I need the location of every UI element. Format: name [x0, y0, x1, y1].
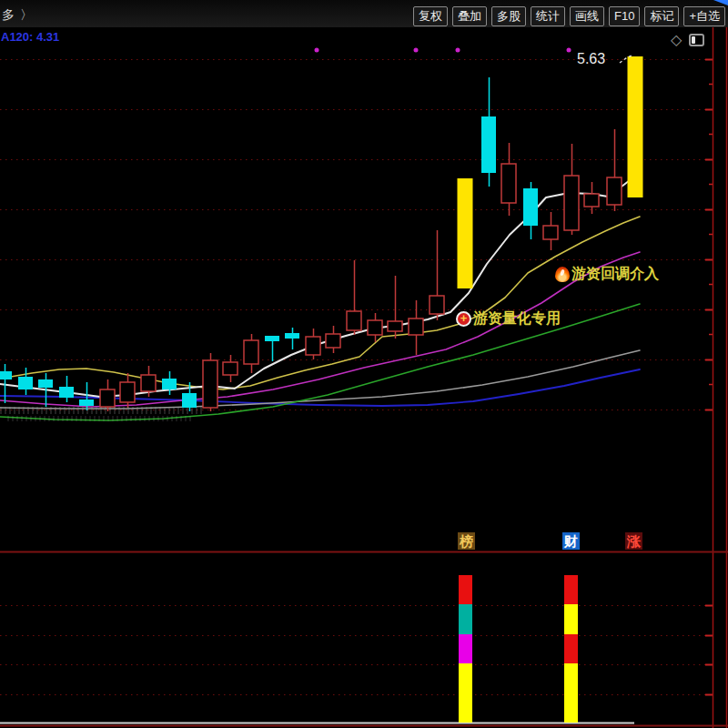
subchart-bars — [459, 575, 578, 723]
trading-app-window: 多 〉 复权叠加多股统计画线F10标记+自选 A120: 4.31 ◇ 5.63… — [0, 0, 728, 728]
toolbar-button-6[interactable]: 标记 — [644, 6, 679, 26]
ma-white — [0, 175, 637, 397]
toolbar-button-2[interactable]: 多股 — [491, 6, 526, 26]
toolbar-button-3[interactable]: 统计 — [531, 6, 565, 26]
corner-notch-icon — [713, 0, 728, 5]
ma-lines — [0, 175, 640, 420]
subchart-label-zhang: 涨 — [625, 532, 642, 550]
diamond-icon[interactable]: ◇ — [671, 31, 682, 48]
watermark — [0, 407, 205, 414]
ma120-indicator-label: A120: 4.31 — [1, 30, 59, 44]
price-callout: 5.63 — [577, 51, 605, 67]
toolbar-button-5[interactable]: F10 — [609, 6, 640, 26]
subchart-label-cai: 财 — [562, 532, 580, 550]
toolbar-button-7[interactable]: +自选 — [683, 6, 725, 26]
subchart-label-bang: 榜 — [458, 532, 475, 550]
toolbar-button-4[interactable]: 画线 — [570, 6, 604, 26]
flame-icon — [555, 267, 570, 282]
ma-yellow — [0, 217, 640, 389]
ma-magenta — [0, 252, 640, 407]
chart-canvas[interactable] — [0, 0, 728, 728]
axis-lines — [0, 25, 728, 728]
top-toolbar: 多 〉 复权叠加多股统计画线F10标记+自选 — [0, 0, 728, 27]
annotation-pullback-entry: 游资回调介入 — [555, 265, 659, 284]
toolbar-button-0[interactable]: 复权 — [413, 6, 448, 26]
annotation-quant-special: 游资量化专用 — [456, 309, 561, 329]
annotation-text: 游资回调介入 — [571, 265, 659, 284]
red-badge-cross-icon — [456, 311, 471, 327]
annotation-text: 游资量化专用 — [473, 309, 561, 329]
toolbar-button-1[interactable]: 叠加 — [452, 6, 487, 26]
more-menu[interactable]: 多 〉 — [2, 7, 34, 24]
panel-toggle-icon[interactable] — [689, 34, 704, 46]
toolbar-buttons: 复权叠加多股统计画线F10标记+自选 — [413, 6, 725, 26]
watermark — [7, 416, 194, 421]
